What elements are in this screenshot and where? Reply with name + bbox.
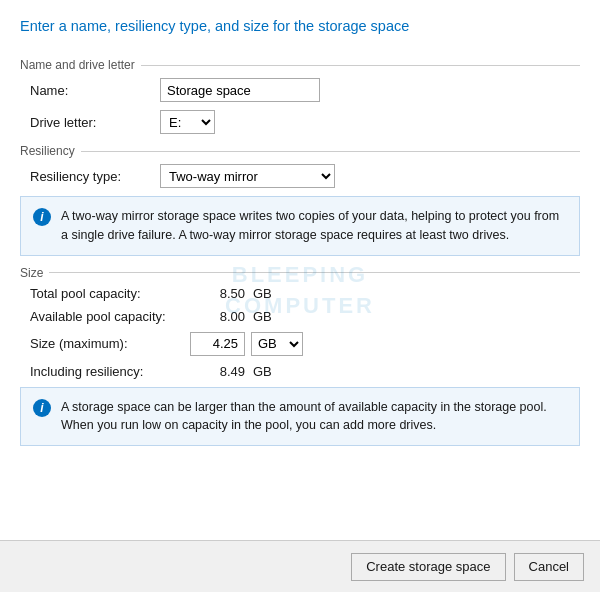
- including-resiliency-label: Including resiliency:: [30, 364, 190, 379]
- total-pool-row: Total pool capacity: 8.50 GB: [20, 286, 580, 301]
- create-storage-button[interactable]: Create storage space: [351, 553, 505, 581]
- drive-letter-field-label: Drive letter:: [30, 115, 160, 130]
- size-info-icon: i: [33, 399, 51, 417]
- name-drive-label: Name and drive letter: [20, 58, 580, 72]
- resiliency-section-label: Resiliency: [20, 144, 580, 158]
- available-pool-value: 8.00: [190, 309, 245, 324]
- drive-letter-select[interactable]: E: F: G: H:: [160, 110, 215, 134]
- resiliency-type-label: Resiliency type:: [30, 169, 160, 184]
- resiliency-info-text: A two-way mirror storage space writes tw…: [61, 207, 567, 245]
- including-resiliency-value: 8.49: [190, 364, 245, 379]
- main-container: Enter a name, resiliency type, and size …: [0, 0, 600, 592]
- size-max-input[interactable]: [190, 332, 245, 356]
- including-resiliency-unit: GB: [253, 364, 272, 379]
- size-max-label: Size (maximum):: [30, 336, 190, 351]
- size-section-label: Size: [20, 266, 580, 280]
- size-section: Size Total pool capacity: 8.50 GB Availa…: [20, 266, 580, 447]
- name-field-label: Name:: [30, 83, 160, 98]
- resiliency-section: Resiliency Resiliency type: Two-way mirr…: [20, 144, 580, 256]
- available-pool-label: Available pool capacity:: [30, 309, 190, 324]
- name-row: Name:: [20, 78, 580, 102]
- resiliency-type-select[interactable]: Two-way mirror Three-way mirror Simple (…: [160, 164, 335, 188]
- content-area: Name and drive letter Name: Drive letter…: [0, 48, 600, 540]
- footer-section: Create storage space Cancel: [0, 540, 600, 592]
- available-pool-unit: GB: [253, 309, 272, 324]
- total-pool-unit: GB: [253, 286, 272, 301]
- size-unit-select[interactable]: GB TB MB: [251, 332, 303, 356]
- cancel-button[interactable]: Cancel: [514, 553, 584, 581]
- header-section: Enter a name, resiliency type, and size …: [0, 0, 600, 48]
- name-drive-section: Name and drive letter Name: Drive letter…: [20, 58, 580, 134]
- drive-letter-row: Drive letter: E: F: G: H:: [20, 110, 580, 134]
- resiliency-info-box: i A two-way mirror storage space writes …: [20, 196, 580, 256]
- total-pool-label: Total pool capacity:: [30, 286, 190, 301]
- page-title: Enter a name, resiliency type, and size …: [20, 18, 580, 34]
- total-pool-value: 8.50: [190, 286, 245, 301]
- including-resiliency-row: Including resiliency: 8.49 GB: [20, 364, 580, 379]
- resiliency-type-row: Resiliency type: Two-way mirror Three-wa…: [20, 164, 580, 188]
- available-pool-row: Available pool capacity: 8.00 GB: [20, 309, 580, 324]
- size-info-text: A storage space can be larger than the a…: [61, 398, 567, 436]
- name-input[interactable]: [160, 78, 320, 102]
- size-info-box: i A storage space can be larger than the…: [20, 387, 580, 447]
- resiliency-info-icon: i: [33, 208, 51, 226]
- size-max-row: Size (maximum): GB TB MB: [20, 332, 580, 356]
